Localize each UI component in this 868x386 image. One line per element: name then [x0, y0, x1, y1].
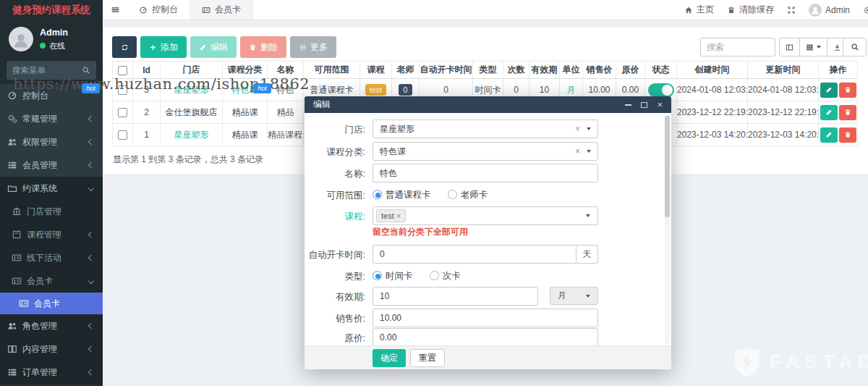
store-link[interactable]: 星座塑形: [174, 85, 209, 95]
grid-icon: [806, 43, 814, 51]
sidebar-item-dashboard[interactable]: 控制台: [0, 84, 103, 107]
caret-down-icon: [817, 46, 821, 49]
sidebar-item-stores[interactable]: 门店管理: [0, 200, 103, 223]
row-checkbox[interactable]: [118, 108, 127, 117]
sidebar-item-members[interactable]: 会员管理: [0, 154, 103, 177]
row-edit-button[interactable]: [820, 105, 838, 120]
minimize-icon[interactable]: [625, 104, 631, 106]
book-icon: [12, 230, 22, 240]
course-multiselect[interactable]: test×: [373, 206, 598, 225]
confirm-button[interactable]: 确定: [373, 349, 406, 367]
clear-icon[interactable]: ×: [575, 146, 587, 156]
user-avatar: [9, 27, 33, 51]
gauge-icon: [7, 91, 17, 101]
hamburger-icon: [111, 5, 120, 14]
caret-down-icon: [587, 127, 591, 130]
chevron-left-icon: [88, 323, 94, 329]
delete-button[interactable]: 删除: [240, 36, 286, 58]
row-edit-button[interactable]: [820, 83, 838, 98]
tab-member-card[interactable]: 会员卡: [190, 0, 253, 20]
store-label: 门店:: [305, 124, 365, 136]
refresh-button[interactable]: [112, 36, 137, 58]
card-icon: [19, 298, 29, 309]
original-price-input[interactable]: [373, 328, 598, 345]
sidebar-item-general[interactable]: 常规管理: [0, 107, 103, 130]
toggle-panel-button[interactable]: [779, 38, 800, 56]
store-select[interactable]: 星座塑形×: [373, 119, 598, 138]
sidebar-toggle-button[interactable]: [103, 0, 127, 20]
scrollbar-thumb[interactable]: [665, 116, 670, 217]
pencil-icon: [199, 43, 207, 51]
select-all-checkbox[interactable]: [118, 66, 127, 75]
card-icon: [12, 276, 22, 286]
course-tag[interactable]: test×: [376, 209, 406, 222]
row-edit-button[interactable]: [820, 127, 838, 143]
expand-icon: [787, 6, 796, 14]
status-toggle[interactable]: [648, 83, 674, 97]
row-delete-button[interactable]: [839, 83, 856, 98]
price-input[interactable]: [373, 309, 598, 327]
columns-dropdown-button[interactable]: [800, 38, 827, 56]
category-link[interactable]: 特色课: [232, 85, 258, 95]
search-icon: [851, 43, 859, 51]
gauge-icon: [139, 6, 148, 14]
more-button[interactable]: 更多: [290, 36, 336, 58]
validity-input[interactable]: [373, 287, 538, 306]
search-button[interactable]: [843, 38, 867, 56]
scope-label: 可用范围:: [305, 190, 365, 202]
clear-icon[interactable]: ×: [575, 124, 587, 134]
add-button[interactable]: 添加: [140, 36, 187, 58]
close-icon[interactable]: ×: [657, 101, 663, 109]
tab-dashboard[interactable]: 控制台: [127, 0, 190, 20]
user-name: Admin: [40, 28, 68, 38]
caret-down-icon: [586, 295, 590, 298]
refresh-icon: [121, 43, 129, 51]
trash-icon: [844, 109, 851, 116]
user-menu[interactable]: Admin: [809, 4, 850, 17]
row-delete-button[interactable]: [839, 127, 856, 143]
remove-tag-icon[interactable]: ×: [396, 211, 401, 220]
row-checkbox[interactable]: [118, 130, 127, 140]
home-link[interactable]: 主页: [684, 4, 714, 16]
menu-search: [7, 61, 96, 80]
row-delete-button[interactable]: [839, 105, 856, 120]
auto-open-input[interactable]: [373, 245, 576, 264]
sidebar-item-courses[interactable]: 课程管理: [0, 223, 103, 246]
sidebar-item-content[interactable]: 内容管理: [0, 337, 103, 361]
menu-search-input[interactable]: [12, 66, 82, 75]
table-icon: [786, 43, 793, 51]
list-icon: [7, 160, 17, 170]
list-icon: [7, 367, 17, 377]
reset-button[interactable]: 重置: [410, 349, 445, 367]
type-radio-time[interactable]: [373, 271, 382, 280]
store-link[interactable]: 星座塑形: [174, 130, 209, 140]
category-select[interactable]: 特色课×: [373, 142, 598, 161]
fullscreen-button[interactable]: [787, 6, 796, 14]
scope-radio-teacher[interactable]: [448, 190, 457, 199]
teacher-badge: 0: [399, 84, 413, 96]
modal-body: 门店: 星座塑形× 课程分类: 特色课× 名称: 可用范围: 普通课程卡 老师卡…: [305, 113, 671, 345]
pencil-icon: [825, 86, 833, 93]
sidebar-item-offline-activity[interactable]: 线下活动: [0, 246, 103, 269]
edit-button[interactable]: 编辑: [190, 36, 237, 58]
sidebar-item-auth[interactable]: 权限管理: [0, 130, 103, 154]
settings-button[interactable]: [863, 6, 868, 14]
sidebar-item-member-card[interactable]: 会员卡: [0, 293, 103, 314]
validity-unit-select[interactable]: 月: [550, 287, 598, 305]
sidebar-item-member-card-parent[interactable]: 会员卡: [0, 269, 103, 293]
sidebar-item-roles[interactable]: 角色管理: [0, 314, 103, 337]
chevron-left-icon: [88, 139, 94, 145]
clear-cache-link[interactable]: 清除缓存: [727, 4, 774, 16]
type-radio-times[interactable]: [430, 271, 439, 280]
sidebar-item-orders[interactable]: 订单管理: [0, 361, 103, 384]
scope-radio-normal[interactable]: [373, 190, 382, 199]
export-icon: [833, 43, 841, 51]
row-checkbox[interactable]: [118, 85, 127, 95]
sidebar-item-booking-system[interactable]: 约课系统: [0, 177, 103, 200]
modal-scrollbar: [665, 114, 670, 344]
table-search-input[interactable]: [700, 38, 775, 56]
name-input[interactable]: [373, 164, 598, 182]
modal-header[interactable]: 编辑 ×: [305, 96, 671, 113]
maximize-icon[interactable]: [641, 102, 647, 108]
table-header-row: Id 门店 课程分类 名称 可用范围 课程 老师 自动开卡时间 类型 次数 有效…: [113, 62, 858, 79]
